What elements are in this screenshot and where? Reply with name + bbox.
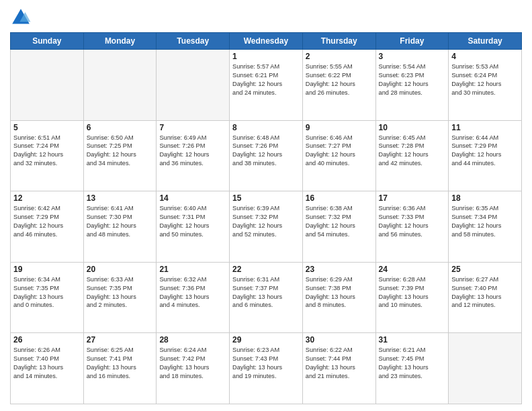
day-info: Sunrise: 6:32 AM Sunset: 7:36 PM Dayligh…: [159, 275, 226, 310]
day-number: 20: [87, 265, 154, 274]
calendar-cell: 21Sunrise: 6:32 AM Sunset: 7:36 PM Dayli…: [157, 262, 230, 333]
day-info: Sunrise: 6:42 AM Sunset: 7:29 PM Dayligh…: [13, 204, 81, 239]
calendar-week-1: 1Sunrise: 5:57 AM Sunset: 6:21 PM Daylig…: [11, 50, 522, 121]
day-info: Sunrise: 6:46 AM Sunset: 7:27 PM Dayligh…: [306, 134, 373, 169]
calendar-cell: 5Sunrise: 6:51 AM Sunset: 7:24 PM Daylig…: [11, 120, 84, 191]
calendar-cell: 28Sunrise: 6:24 AM Sunset: 7:42 PM Dayli…: [157, 333, 230, 404]
calendar-cell: 19Sunrise: 6:34 AM Sunset: 7:35 PM Dayli…: [11, 262, 84, 333]
calendar-cell: 24Sunrise: 6:28 AM Sunset: 7:39 PM Dayli…: [375, 262, 449, 333]
calendar-cell: 23Sunrise: 6:29 AM Sunset: 7:38 PM Dayli…: [302, 262, 375, 333]
calendar-cell: 16Sunrise: 6:38 AM Sunset: 7:32 PM Dayli…: [302, 191, 375, 263]
day-number: 3: [379, 52, 446, 61]
calendar-cell: 22Sunrise: 6:31 AM Sunset: 7:37 PM Dayli…: [230, 262, 303, 333]
day-number: 7: [159, 123, 226, 132]
day-number: 13: [87, 193, 154, 203]
calendar-header-row: SundayMondayTuesdayWednesdayThursdayFrid…: [11, 33, 522, 50]
calendar-cell: 25Sunrise: 6:27 AM Sunset: 7:40 PM Dayli…: [449, 262, 522, 333]
calendar-cell: 26Sunrise: 6:26 AM Sunset: 7:40 PM Dayli…: [11, 333, 84, 404]
day-number: 25: [451, 265, 519, 274]
calendar-cell: [83, 50, 157, 121]
day-info: Sunrise: 6:49 AM Sunset: 7:26 PM Dayligh…: [159, 134, 226, 169]
calendar-cell: 14Sunrise: 6:40 AM Sunset: 7:31 PM Dayli…: [157, 191, 230, 263]
day-number: 8: [232, 123, 300, 132]
day-number: 19: [13, 265, 81, 274]
day-number: 31: [379, 335, 446, 345]
day-number: 18: [451, 193, 519, 203]
day-number: 23: [306, 265, 373, 274]
calendar-cell: [449, 333, 522, 404]
day-info: Sunrise: 6:41 AM Sunset: 7:30 PM Dayligh…: [87, 204, 154, 239]
calendar-cell: 9Sunrise: 6:46 AM Sunset: 7:27 PM Daylig…: [302, 120, 375, 191]
logo-icon: [10, 7, 32, 28]
calendar-table: SundayMondayTuesdayWednesdayThursdayFrid…: [10, 32, 522, 404]
day-number: 28: [159, 335, 226, 345]
calendar-week-3: 12Sunrise: 6:42 AM Sunset: 7:29 PM Dayli…: [11, 191, 522, 263]
day-number: 5: [13, 123, 81, 132]
day-info: Sunrise: 6:28 AM Sunset: 7:39 PM Dayligh…: [379, 275, 446, 310]
calendar-cell: 1Sunrise: 5:57 AM Sunset: 6:21 PM Daylig…: [230, 50, 303, 121]
day-number: 1: [232, 52, 300, 61]
calendar-cell: 20Sunrise: 6:33 AM Sunset: 7:35 PM Dayli…: [83, 262, 157, 333]
calendar-cell: 31Sunrise: 6:21 AM Sunset: 7:45 PM Dayli…: [375, 333, 449, 404]
calendar-cell: 30Sunrise: 6:22 AM Sunset: 7:44 PM Dayli…: [302, 333, 375, 404]
day-number: 12: [13, 193, 81, 203]
day-number: 9: [306, 123, 373, 132]
day-number: 29: [232, 335, 300, 345]
day-header-thursday: Thursday: [302, 33, 375, 50]
day-info: Sunrise: 6:23 AM Sunset: 7:43 PM Dayligh…: [232, 346, 300, 381]
day-header-wednesday: Wednesday: [230, 33, 303, 50]
day-number: 10: [379, 123, 446, 132]
day-number: 24: [379, 265, 446, 274]
day-number: 30: [306, 335, 373, 345]
day-info: Sunrise: 6:51 AM Sunset: 7:24 PM Dayligh…: [13, 134, 81, 169]
day-info: Sunrise: 6:33 AM Sunset: 7:35 PM Dayligh…: [87, 275, 154, 310]
day-info: Sunrise: 5:55 AM Sunset: 6:22 PM Dayligh…: [306, 62, 373, 97]
day-number: 6: [87, 123, 154, 132]
calendar-cell: 13Sunrise: 6:41 AM Sunset: 7:30 PM Dayli…: [83, 191, 157, 263]
calendar-cell: 2Sunrise: 5:55 AM Sunset: 6:22 PM Daylig…: [302, 50, 375, 121]
day-info: Sunrise: 6:48 AM Sunset: 7:26 PM Dayligh…: [232, 134, 300, 169]
calendar-cell: 12Sunrise: 6:42 AM Sunset: 7:29 PM Dayli…: [11, 191, 84, 263]
day-number: 17: [379, 193, 446, 203]
day-number: 11: [451, 123, 519, 132]
day-header-sunday: Sunday: [11, 33, 84, 50]
day-number: 22: [232, 265, 300, 274]
day-number: 26: [13, 335, 81, 345]
calendar-cell: 29Sunrise: 6:23 AM Sunset: 7:43 PM Dayli…: [230, 333, 303, 404]
day-info: Sunrise: 6:27 AM Sunset: 7:40 PM Dayligh…: [451, 275, 519, 310]
calendar-week-4: 19Sunrise: 6:34 AM Sunset: 7:35 PM Dayli…: [11, 262, 522, 333]
day-info: Sunrise: 6:45 AM Sunset: 7:28 PM Dayligh…: [379, 134, 446, 169]
day-number: 2: [306, 52, 373, 61]
calendar-cell: 8Sunrise: 6:48 AM Sunset: 7:26 PM Daylig…: [230, 120, 303, 191]
day-info: Sunrise: 5:54 AM Sunset: 6:23 PM Dayligh…: [379, 62, 446, 97]
day-info: Sunrise: 6:26 AM Sunset: 7:40 PM Dayligh…: [13, 346, 81, 381]
day-number: 21: [159, 265, 226, 274]
calendar-cell: 4Sunrise: 5:53 AM Sunset: 6:24 PM Daylig…: [449, 50, 522, 121]
day-info: Sunrise: 6:38 AM Sunset: 7:32 PM Dayligh…: [306, 204, 373, 239]
day-info: Sunrise: 6:40 AM Sunset: 7:31 PM Dayligh…: [159, 204, 226, 239]
day-info: Sunrise: 6:22 AM Sunset: 7:44 PM Dayligh…: [306, 346, 373, 381]
day-header-monday: Monday: [83, 33, 157, 50]
page: SundayMondayTuesdayWednesdayThursdayFrid…: [0, 0, 532, 411]
calendar-cell: [11, 50, 84, 121]
day-info: Sunrise: 6:44 AM Sunset: 7:29 PM Dayligh…: [451, 134, 519, 169]
calendar-cell: 11Sunrise: 6:44 AM Sunset: 7:29 PM Dayli…: [449, 120, 522, 191]
calendar-cell: 27Sunrise: 6:25 AM Sunset: 7:41 PM Dayli…: [83, 333, 157, 404]
day-number: 27: [87, 335, 154, 345]
day-info: Sunrise: 5:53 AM Sunset: 6:24 PM Dayligh…: [451, 62, 519, 97]
day-number: 15: [232, 193, 300, 203]
calendar-week-2: 5Sunrise: 6:51 AM Sunset: 7:24 PM Daylig…: [11, 120, 522, 191]
day-info: Sunrise: 6:29 AM Sunset: 7:38 PM Dayligh…: [306, 275, 373, 310]
day-info: Sunrise: 6:36 AM Sunset: 7:33 PM Dayligh…: [379, 204, 446, 239]
day-number: 4: [451, 52, 519, 61]
calendar-cell: 10Sunrise: 6:45 AM Sunset: 7:28 PM Dayli…: [375, 120, 449, 191]
calendar-cell: 7Sunrise: 6:49 AM Sunset: 7:26 PM Daylig…: [157, 120, 230, 191]
day-header-saturday: Saturday: [449, 33, 522, 50]
day-info: Sunrise: 6:35 AM Sunset: 7:34 PM Dayligh…: [451, 204, 519, 239]
day-header-tuesday: Tuesday: [157, 33, 230, 50]
calendar-week-5: 26Sunrise: 6:26 AM Sunset: 7:40 PM Dayli…: [11, 333, 522, 404]
day-info: Sunrise: 6:21 AM Sunset: 7:45 PM Dayligh…: [379, 346, 446, 381]
calendar-cell: 3Sunrise: 5:54 AM Sunset: 6:23 PM Daylig…: [375, 50, 449, 121]
day-info: Sunrise: 5:57 AM Sunset: 6:21 PM Dayligh…: [232, 62, 300, 97]
day-info: Sunrise: 6:31 AM Sunset: 7:37 PM Dayligh…: [232, 275, 300, 310]
